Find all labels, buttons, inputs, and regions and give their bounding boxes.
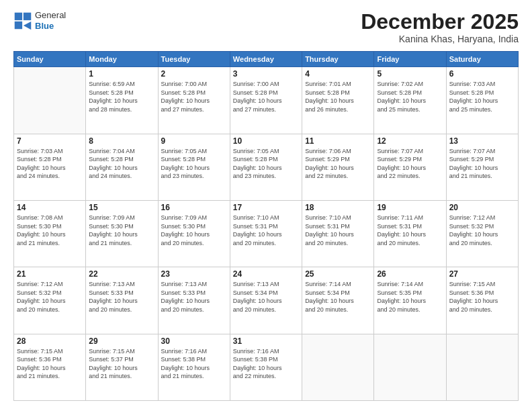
calendar-cell: 21Sunrise: 7:12 AM Sunset: 5:32 PM Dayli… [14, 267, 86, 334]
day-number: 28 [17, 336, 83, 346]
day-number: 20 [449, 203, 515, 212]
col-friday: Friday [374, 52, 446, 67]
day-info: Sunrise: 7:07 AM Sunset: 5:29 PM Dayligh… [377, 147, 443, 181]
calendar-cell: 13Sunrise: 7:07 AM Sunset: 5:29 PM Dayli… [446, 134, 518, 200]
col-wednesday: Wednesday [230, 52, 302, 67]
day-number: 24 [233, 269, 299, 279]
day-info: Sunrise: 7:12 AM Sunset: 5:32 PM Dayligh… [17, 280, 83, 314]
calendar-cell: 1Sunrise: 6:59 AM Sunset: 5:28 PM Daylig… [86, 67, 158, 134]
calendar-cell [374, 334, 446, 400]
day-number: 11 [305, 136, 371, 146]
calendar-cell [302, 334, 374, 400]
day-info: Sunrise: 7:10 AM Sunset: 5:31 PM Dayligh… [305, 214, 371, 247]
day-number: 30 [161, 336, 227, 346]
calendar-week-2: 7Sunrise: 7:03 AM Sunset: 5:28 PM Daylig… [14, 134, 519, 200]
logo-general: General [35, 10, 66, 21]
day-number: 25 [305, 269, 371, 279]
calendar-cell: 4Sunrise: 7:01 AM Sunset: 5:28 PM Daylig… [302, 67, 374, 134]
day-info: Sunrise: 7:02 AM Sunset: 5:28 PM Dayligh… [377, 80, 443, 113]
day-info: Sunrise: 7:11 AM Sunset: 5:31 PM Dayligh… [377, 214, 443, 247]
svg-rect-0 [15, 12, 22, 19]
title-block: December 2025 Kanina Khas, Haryana, Indi… [361, 10, 519, 44]
col-saturday: Saturday [446, 52, 518, 67]
calendar-cell: 26Sunrise: 7:14 AM Sunset: 5:35 PM Dayli… [374, 267, 446, 334]
day-number: 31 [233, 336, 299, 346]
calendar-cell [14, 67, 86, 134]
calendar-cell: 28Sunrise: 7:15 AM Sunset: 5:36 PM Dayli… [14, 334, 86, 400]
day-info: Sunrise: 7:16 AM Sunset: 5:38 PM Dayligh… [161, 347, 227, 381]
day-number: 1 [89, 69, 154, 79]
day-number: 19 [377, 203, 443, 212]
col-sunday: Sunday [14, 52, 86, 67]
calendar-week-5: 28Sunrise: 7:15 AM Sunset: 5:36 PM Dayli… [14, 334, 519, 400]
day-number: 15 [89, 203, 154, 212]
col-thursday: Thursday [302, 52, 374, 67]
day-number: 3 [233, 69, 299, 79]
calendar-cell: 2Sunrise: 7:00 AM Sunset: 5:28 PM Daylig… [158, 67, 230, 134]
day-info: Sunrise: 7:01 AM Sunset: 5:28 PM Dayligh… [305, 80, 371, 113]
day-info: Sunrise: 7:15 AM Sunset: 5:36 PM Dayligh… [17, 347, 83, 381]
calendar-body: 1Sunrise: 6:59 AM Sunset: 5:28 PM Daylig… [14, 67, 519, 401]
day-number: 27 [449, 269, 515, 279]
calendar-cell: 30Sunrise: 7:16 AM Sunset: 5:38 PM Dayli… [158, 334, 230, 400]
calendar-week-3: 14Sunrise: 7:08 AM Sunset: 5:30 PM Dayli… [14, 200, 519, 267]
calendar-cell: 22Sunrise: 7:13 AM Sunset: 5:33 PM Dayli… [86, 267, 158, 334]
day-info: Sunrise: 7:08 AM Sunset: 5:30 PM Dayligh… [17, 214, 83, 247]
calendar-cell: 9Sunrise: 7:05 AM Sunset: 5:28 PM Daylig… [158, 134, 230, 200]
svg-rect-2 [15, 21, 22, 28]
calendar-cell: 18Sunrise: 7:10 AM Sunset: 5:31 PM Dayli… [302, 200, 374, 267]
day-info: Sunrise: 7:00 AM Sunset: 5:28 PM Dayligh… [233, 80, 299, 113]
day-info: Sunrise: 7:00 AM Sunset: 5:28 PM Dayligh… [161, 80, 227, 113]
calendar-cell: 23Sunrise: 7:13 AM Sunset: 5:33 PM Dayli… [158, 267, 230, 334]
day-number: 2 [161, 69, 227, 79]
calendar: Sunday Monday Tuesday Wednesday Thursday… [13, 51, 519, 401]
header: General Blue December 2025 Kanina Khas, … [13, 10, 519, 44]
calendar-cell: 7Sunrise: 7:03 AM Sunset: 5:28 PM Daylig… [14, 134, 86, 200]
day-number: 5 [377, 69, 443, 79]
day-info: Sunrise: 7:04 AM Sunset: 5:28 PM Dayligh… [89, 147, 154, 181]
calendar-cell: 5Sunrise: 7:02 AM Sunset: 5:28 PM Daylig… [374, 67, 446, 134]
day-info: Sunrise: 7:13 AM Sunset: 5:34 PM Dayligh… [233, 280, 299, 314]
day-info: Sunrise: 7:12 AM Sunset: 5:32 PM Dayligh… [449, 214, 515, 247]
day-info: Sunrise: 7:06 AM Sunset: 5:29 PM Dayligh… [305, 147, 371, 181]
calendar-cell: 11Sunrise: 7:06 AM Sunset: 5:29 PM Dayli… [302, 134, 374, 200]
calendar-week-1: 1Sunrise: 6:59 AM Sunset: 5:28 PM Daylig… [14, 67, 519, 134]
day-number: 16 [161, 203, 227, 212]
calendar-cell: 12Sunrise: 7:07 AM Sunset: 5:29 PM Dayli… [374, 134, 446, 200]
day-number: 8 [89, 136, 154, 146]
day-info: Sunrise: 7:14 AM Sunset: 5:35 PM Dayligh… [377, 280, 443, 314]
days-row: Sunday Monday Tuesday Wednesday Thursday… [14, 52, 519, 67]
day-info: Sunrise: 7:15 AM Sunset: 5:36 PM Dayligh… [449, 280, 515, 314]
month-title: December 2025 [361, 10, 519, 34]
day-number: 18 [305, 203, 371, 212]
calendar-cell: 20Sunrise: 7:12 AM Sunset: 5:32 PM Dayli… [446, 200, 518, 267]
calendar-header: Sunday Monday Tuesday Wednesday Thursday… [14, 52, 519, 67]
day-info: Sunrise: 7:09 AM Sunset: 5:30 PM Dayligh… [161, 214, 227, 247]
day-info: Sunrise: 7:10 AM Sunset: 5:31 PM Dayligh… [233, 214, 299, 247]
calendar-cell [446, 334, 518, 400]
day-number: 10 [233, 136, 299, 146]
day-info: Sunrise: 7:05 AM Sunset: 5:28 PM Dayligh… [161, 147, 227, 181]
day-info: Sunrise: 7:16 AM Sunset: 5:38 PM Dayligh… [233, 347, 299, 381]
calendar-cell: 27Sunrise: 7:15 AM Sunset: 5:36 PM Dayli… [446, 267, 518, 334]
day-info: Sunrise: 7:03 AM Sunset: 5:28 PM Dayligh… [449, 80, 515, 113]
calendar-cell: 16Sunrise: 7:09 AM Sunset: 5:30 PM Dayli… [158, 200, 230, 267]
calendar-cell: 25Sunrise: 7:14 AM Sunset: 5:34 PM Dayli… [302, 267, 374, 334]
calendar-cell: 8Sunrise: 7:04 AM Sunset: 5:28 PM Daylig… [86, 134, 158, 200]
day-number: 21 [17, 269, 83, 279]
day-number: 17 [233, 203, 299, 212]
page: General Blue December 2025 Kanina Khas, … [0, 0, 532, 411]
day-info: Sunrise: 7:07 AM Sunset: 5:29 PM Dayligh… [449, 147, 515, 181]
day-number: 14 [17, 203, 83, 212]
day-number: 9 [161, 136, 227, 146]
day-number: 26 [377, 269, 443, 279]
logo-text: General Blue [35, 10, 66, 31]
calendar-cell: 14Sunrise: 7:08 AM Sunset: 5:30 PM Dayli… [14, 200, 86, 267]
svg-rect-1 [24, 12, 31, 19]
day-number: 23 [161, 269, 227, 279]
col-tuesday: Tuesday [158, 52, 230, 67]
day-number: 29 [89, 336, 154, 346]
day-info: Sunrise: 7:14 AM Sunset: 5:34 PM Dayligh… [305, 280, 371, 314]
day-number: 7 [17, 136, 83, 146]
calendar-cell: 6Sunrise: 7:03 AM Sunset: 5:28 PM Daylig… [446, 67, 518, 134]
